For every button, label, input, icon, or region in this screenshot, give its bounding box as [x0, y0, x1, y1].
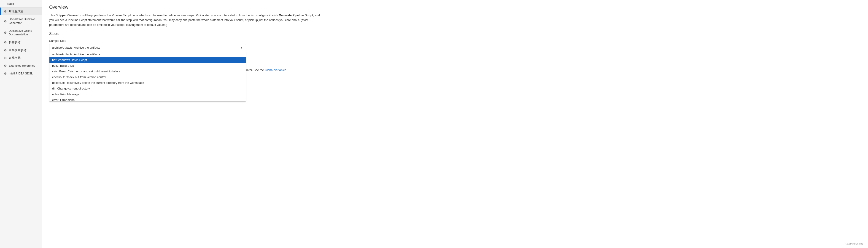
sidebar-item-online-docs[interactable]: ⚙ 在线文档 — [0, 54, 42, 62]
sidebar-item-label: 步骤参考 — [9, 40, 21, 44]
examples-reference-icon: ⚙ — [4, 64, 7, 68]
chevron-down-icon: ▼ — [240, 46, 243, 49]
sample-step-select-container: archiveArtifacts: Archive the artifacts … — [49, 44, 246, 51]
step-reference-icon: ⚙ — [4, 40, 7, 44]
dropdown-item[interactable]: checkout: Check out from version control — [50, 74, 246, 80]
back-label: Back — [7, 2, 14, 5]
sidebar-item-label: IntelliJ IDEA GDSL — [9, 72, 33, 75]
declarative-online-doc-icon: ⚙ — [4, 31, 7, 34]
overview-text-1: This — [49, 13, 56, 17]
overview-text-2: will help you learn the Pipeline Script … — [82, 13, 279, 17]
sidebar-item-declarative-online-documentation[interactable]: ⚙ Declarative Online Documentation — [0, 27, 42, 39]
dropdown-list: archiveArtifacts: Archive the artifactsb… — [49, 51, 246, 102]
dropdown-item[interactable]: deleteDir: Recursively delete the curren… — [50, 80, 246, 85]
sidebar-item-label: Declarative Online Documentation — [9, 29, 39, 37]
sidebar-item-label: 全局变量参考 — [9, 48, 27, 52]
page-title: Overview — [49, 5, 861, 10]
footer-note: CSDN 申请版权 — [845, 242, 863, 246]
sidebar-item-label: Declarative Directive Generator — [9, 17, 39, 25]
intellij-idea-gdsl-icon: ⚙ — [4, 72, 7, 75]
sidebar: ← Back ⚙ 片段生成器 ⚙ Declarative Directive G… — [0, 0, 42, 248]
online-docs-icon: ⚙ — [4, 56, 7, 60]
overview-snippet-bold: Snippet Generator — [56, 13, 82, 17]
dropdown-item[interactable]: bat: Windows Batch Script — [50, 57, 246, 63]
sidebar-item-declarative-directive-generator[interactable]: ⚙ Declarative Directive Generator — [0, 15, 42, 27]
dropdown-item[interactable]: error: Error signal — [50, 97, 246, 102]
overview-text: This Snippet Generator will help you lea… — [49, 13, 324, 27]
sidebar-item-snippet-generator[interactable]: ⚙ 片段生成器 — [0, 7, 42, 15]
sidebar-item-intellij-idea-gdsl[interactable]: ⚙ IntelliJ IDEA GDSL — [0, 70, 42, 77]
overview-generate-bold: Generate Pipeline Script — [279, 13, 313, 17]
global-variables-icon: ⚙ — [4, 48, 7, 52]
sample-step-select[interactable]: archiveArtifacts: Archive the artifacts … — [49, 44, 246, 51]
back-button[interactable]: ← Back — [0, 0, 42, 7]
steps-section-title: Steps — [49, 32, 861, 36]
dropdown-item[interactable]: echo: Print Message — [50, 91, 246, 97]
sample-step-label: Sample Step — [49, 39, 861, 42]
dropdown-item[interactable]: archiveArtifacts: Archive the artifacts — [50, 51, 246, 57]
back-arrow-icon: ← — [3, 2, 6, 5]
sidebar-item-label: 片段生成器 — [9, 10, 24, 13]
sidebar-item-examples-reference[interactable]: ⚙ Examples Reference — [0, 62, 42, 70]
declarative-directive-icon: ⚙ — [4, 20, 7, 23]
sidebar-item-label: 在线文档 — [9, 56, 21, 60]
dropdown-item[interactable]: dir: Change current directory — [50, 85, 246, 91]
sidebar-item-global-variables-reference[interactable]: ⚙ 全局变量参考 — [0, 46, 42, 54]
dropdown-item[interactable]: build: Build a job — [50, 63, 246, 69]
selected-value: archiveArtifacts: Archive the artifacts — [52, 46, 100, 49]
snippet-generator-icon: ⚙ — [4, 10, 7, 13]
sidebar-item-step-reference[interactable]: ⚙ 步骤参考 — [0, 38, 42, 46]
sidebar-item-label: Examples Reference — [9, 64, 35, 68]
main-content: Overview This Snippet Generator will hel… — [42, 0, 868, 248]
dropdown-item[interactable]: catchError: Catch error and set build re… — [50, 69, 246, 74]
